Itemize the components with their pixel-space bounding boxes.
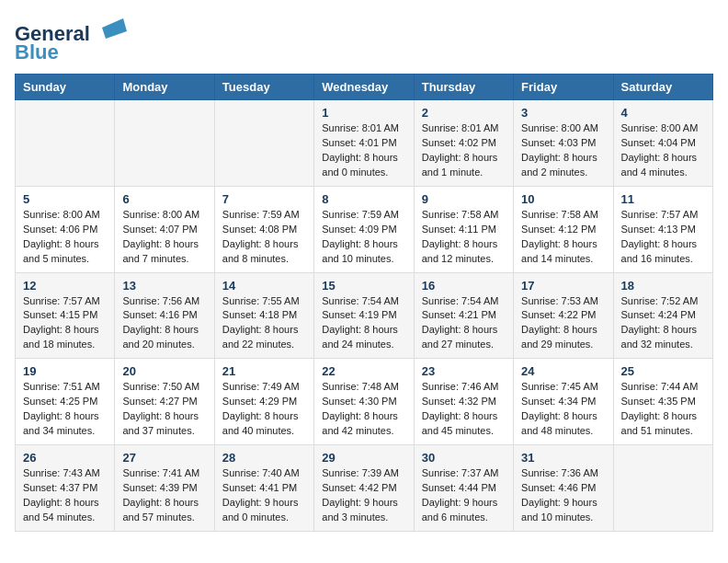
daylight-line: Daylight: 8 hours (322, 323, 405, 338)
daylight-line: Daylight: 8 hours (322, 237, 405, 252)
daylight-line: Daylight: 8 hours (422, 151, 506, 166)
daylight-line: Daylight: 8 hours (521, 237, 605, 252)
calendar-cell: 5Sunrise: 8:00 AMSunset: 4:06 PMDaylight… (16, 186, 115, 272)
daylight-line: Sunrise: 7:45 AM (521, 380, 605, 395)
cell-daylight-info: Sunrise: 7:54 AMSunset: 4:21 PMDaylight:… (422, 294, 506, 353)
daylight-line: and 29 minutes. (521, 338, 605, 352)
daylight-line: and 10 minutes. (322, 252, 405, 267)
daylight-line: Sunset: 4:07 PM (122, 223, 206, 237)
logo: General Blue (15, 15, 134, 63)
logo-icon: General Blue (15, 15, 134, 63)
cell-daylight-info: Sunrise: 8:00 AMSunset: 4:07 PMDaylight:… (122, 208, 206, 267)
page-header: General Blue (15, 15, 713, 63)
cell-daylight-info: Sunrise: 7:52 AMSunset: 4:24 PMDaylight:… (621, 294, 705, 353)
cell-daylight-info: Sunrise: 7:46 AMSunset: 4:32 PMDaylight:… (422, 380, 506, 439)
svg-marker-2 (102, 18, 127, 39)
daylight-line: and 48 minutes. (521, 424, 605, 439)
daylight-line: Sunrise: 7:44 AM (621, 380, 705, 395)
cell-daylight-info: Sunrise: 7:40 AMSunset: 4:41 PMDaylight:… (222, 466, 306, 525)
calendar-cell: 31Sunrise: 7:36 AMSunset: 4:46 PMDayligh… (514, 445, 613, 532)
daylight-line: Sunrise: 7:50 AM (122, 380, 206, 395)
daylight-line: Daylight: 9 hours (222, 496, 306, 511)
weekday-label: Wednesday (314, 75, 414, 100)
daylight-line: and 20 minutes. (122, 338, 206, 352)
calendar-cell: 15Sunrise: 7:54 AMSunset: 4:19 PMDayligh… (314, 272, 414, 359)
calendar-cell: 28Sunrise: 7:40 AMSunset: 4:41 PMDayligh… (214, 445, 313, 532)
daylight-line: Daylight: 9 hours (422, 496, 506, 511)
day-number: 6 (122, 192, 206, 206)
daylight-line: Sunset: 4:41 PM (222, 481, 306, 496)
daylight-line: Daylight: 8 hours (621, 237, 705, 252)
daylight-line: and 34 minutes. (23, 424, 107, 439)
svg-text:Blue: Blue (15, 40, 59, 63)
cell-daylight-info: Sunrise: 7:39 AMSunset: 4:42 PMDaylight:… (322, 466, 405, 525)
daylight-line: Sunset: 4:30 PM (322, 395, 405, 409)
cell-daylight-info: Sunrise: 7:49 AMSunset: 4:29 PMDaylight:… (222, 380, 306, 439)
cell-daylight-info: Sunrise: 8:00 AMSunset: 4:04 PMDaylight:… (621, 121, 705, 180)
daylight-line: Daylight: 8 hours (122, 237, 206, 252)
daylight-line: Sunset: 4:27 PM (122, 395, 206, 409)
day-number: 18 (621, 279, 705, 293)
calendar-cell: 7Sunrise: 7:59 AMSunset: 4:08 PMDaylight… (214, 186, 313, 272)
cell-daylight-info: Sunrise: 7:58 AMSunset: 4:11 PMDaylight:… (422, 208, 506, 267)
cell-daylight-info: Sunrise: 8:01 AMSunset: 4:01 PMDaylight:… (322, 121, 405, 180)
daylight-line: Sunset: 4:12 PM (521, 223, 605, 237)
daylight-line: Daylight: 8 hours (422, 237, 506, 252)
day-number: 4 (621, 106, 705, 120)
daylight-line: Daylight: 8 hours (122, 409, 206, 424)
weekday-label: Monday (115, 75, 214, 100)
day-number: 23 (422, 364, 506, 378)
calendar-cell (16, 100, 115, 187)
cell-daylight-info: Sunrise: 8:00 AMSunset: 4:03 PMDaylight:… (521, 121, 605, 180)
daylight-line: Sunrise: 7:57 AM (621, 208, 705, 223)
daylight-line: Sunrise: 7:59 AM (322, 208, 405, 223)
day-number: 17 (521, 279, 605, 293)
daylight-line: Sunrise: 7:57 AM (23, 294, 107, 309)
calendar-cell (115, 100, 214, 187)
calendar-cell: 22Sunrise: 7:48 AMSunset: 4:30 PMDayligh… (314, 359, 414, 445)
day-number: 11 (621, 192, 705, 206)
daylight-line: and 24 minutes. (322, 338, 405, 352)
daylight-line: and 57 minutes. (122, 511, 206, 525)
weekday-label: Tuesday (214, 75, 313, 100)
calendar-cell (613, 445, 712, 532)
daylight-line: and 3 minutes. (322, 511, 405, 525)
daylight-line: Sunrise: 8:00 AM (621, 121, 705, 136)
daylight-line: Sunset: 4:24 PM (621, 308, 705, 323)
cell-daylight-info: Sunrise: 8:00 AMSunset: 4:06 PMDaylight:… (23, 208, 107, 267)
daylight-line: and 1 minute. (422, 166, 506, 180)
weekday-label: Friday (514, 75, 613, 100)
daylight-line: Daylight: 8 hours (322, 409, 405, 424)
daylight-line: Sunrise: 7:54 AM (422, 294, 506, 309)
cell-daylight-info: Sunrise: 7:58 AMSunset: 4:12 PMDaylight:… (521, 208, 605, 267)
day-number: 27 (122, 451, 206, 465)
daylight-line: and 51 minutes. (621, 424, 705, 439)
cell-daylight-info: Sunrise: 7:54 AMSunset: 4:19 PMDaylight:… (322, 294, 405, 353)
calendar-cell: 13Sunrise: 7:56 AMSunset: 4:16 PMDayligh… (115, 272, 214, 359)
cell-daylight-info: Sunrise: 7:48 AMSunset: 4:30 PMDaylight:… (322, 380, 405, 439)
weekday-label: Thursday (414, 75, 513, 100)
daylight-line: Sunrise: 7:49 AM (222, 380, 306, 395)
calendar-cell: 6Sunrise: 8:00 AMSunset: 4:07 PMDaylight… (115, 186, 214, 272)
daylight-line: and 42 minutes. (322, 424, 405, 439)
day-number: 8 (322, 192, 405, 206)
day-number: 2 (422, 106, 506, 120)
daylight-line: Sunrise: 7:48 AM (322, 380, 405, 395)
daylight-line: Sunset: 4:21 PM (422, 308, 506, 323)
cell-daylight-info: Sunrise: 7:59 AMSunset: 4:09 PMDaylight:… (322, 208, 405, 267)
daylight-line: Sunrise: 7:55 AM (222, 294, 306, 309)
cell-daylight-info: Sunrise: 7:37 AMSunset: 4:44 PMDaylight:… (422, 466, 506, 525)
daylight-line: Sunset: 4:08 PM (222, 223, 306, 237)
day-number: 13 (122, 279, 206, 293)
calendar-cell (214, 100, 313, 187)
daylight-line: Sunset: 4:04 PM (621, 136, 705, 151)
day-number: 31 (521, 451, 605, 465)
daylight-line: Sunrise: 8:00 AM (521, 121, 605, 136)
daylight-line: Sunrise: 7:52 AM (621, 294, 705, 309)
calendar-cell: 3Sunrise: 8:00 AMSunset: 4:03 PMDaylight… (514, 100, 613, 187)
calendar-cell: 10Sunrise: 7:58 AMSunset: 4:12 PMDayligh… (514, 186, 613, 272)
daylight-line: and 45 minutes. (422, 424, 506, 439)
cell-daylight-info: Sunrise: 7:44 AMSunset: 4:35 PMDaylight:… (621, 380, 705, 439)
daylight-line: and 14 minutes. (521, 252, 605, 267)
daylight-line: Sunset: 4:15 PM (23, 308, 107, 323)
